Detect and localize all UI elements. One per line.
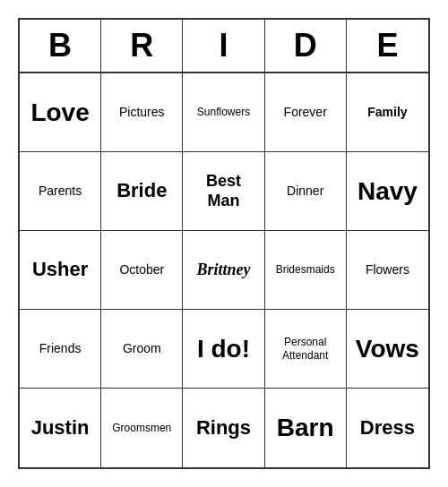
cell-11: October bbox=[101, 231, 183, 310]
cell-21: Groomsmen bbox=[101, 389, 183, 467]
cell-17: I do! bbox=[183, 310, 264, 389]
bingo-grid: LovePicturesSunflowersForeverFamilyParen… bbox=[20, 73, 428, 467]
bingo-card: B R I D E LovePicturesSunflowersForeverF… bbox=[18, 18, 430, 469]
cell-8: Dinner bbox=[265, 152, 347, 231]
cell-12: Brittney bbox=[183, 231, 264, 310]
cell-15: Friends bbox=[20, 310, 101, 389]
cell-0: Love bbox=[20, 73, 101, 152]
header-i: I bbox=[183, 20, 264, 72]
cell-13: Bridesmaids bbox=[265, 231, 347, 310]
header-b: B bbox=[20, 20, 101, 72]
header-row: B R I D E bbox=[20, 20, 428, 73]
cell-1: Pictures bbox=[101, 73, 183, 152]
cell-23: Barn bbox=[265, 389, 347, 467]
cell-6: Bride bbox=[101, 152, 183, 231]
cell-24: Dress bbox=[347, 389, 428, 467]
cell-7: Best Man bbox=[183, 152, 264, 231]
cell-9: Navy bbox=[347, 152, 428, 231]
cell-3: Forever bbox=[265, 73, 347, 152]
cell-5: Parents bbox=[20, 152, 101, 231]
cell-19: Vows bbox=[347, 310, 428, 389]
cell-22: Rings bbox=[183, 389, 264, 467]
cell-10: Usher bbox=[20, 231, 101, 310]
cell-4: Family bbox=[347, 73, 428, 152]
cell-2: Sunflowers bbox=[183, 73, 264, 152]
cell-20: Justin bbox=[20, 389, 101, 467]
cell-14: Flowers bbox=[347, 231, 428, 310]
header-r: R bbox=[101, 20, 183, 72]
header-e: E bbox=[347, 20, 428, 72]
cell-18: Personal Attendant bbox=[265, 310, 347, 389]
cell-16: Groom bbox=[101, 310, 183, 389]
header-d: D bbox=[265, 20, 347, 72]
